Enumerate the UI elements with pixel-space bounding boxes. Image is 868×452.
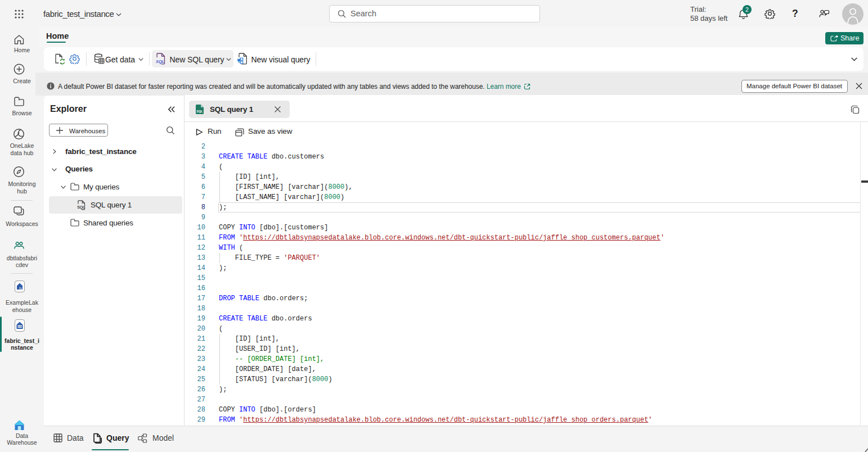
svg-text:SQL: SQL <box>156 59 165 64</box>
svg-text:SQL: SQL <box>196 110 203 113</box>
svg-text:SQL: SQL <box>77 205 85 210</box>
